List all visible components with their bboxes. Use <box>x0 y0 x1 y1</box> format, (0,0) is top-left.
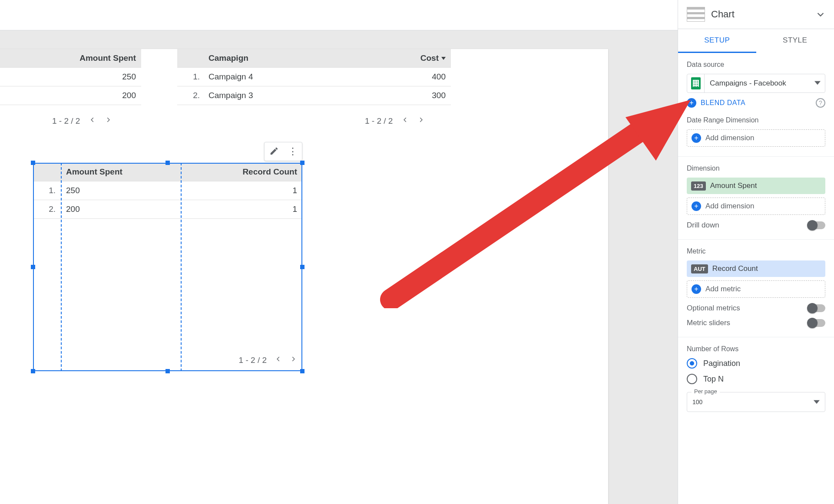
radio-icon <box>687 358 697 369</box>
add-dimension[interactable]: + Add dimension <box>687 198 825 215</box>
pager-left: 1 - 2 / 2 <box>52 115 111 127</box>
more-vert-icon[interactable]: ⋮ <box>288 146 298 157</box>
table-amount-spent[interactable]: Amount Spent 250 200 <box>0 49 141 105</box>
report-canvas-bg: Amount Spent 250 200 1 - 2 / 2 Camapign … <box>0 30 678 504</box>
panel-title: Chart <box>711 9 810 20</box>
plus-icon: + <box>692 284 701 294</box>
label-date-range: Date Range Dimension <box>687 116 825 124</box>
blend-data-button[interactable]: BLEND DATA <box>701 99 745 107</box>
help-icon[interactable]: ? <box>816 98 825 108</box>
selected-chart[interactable]: ⋮ Amount Spent Record Count 1.2501 2.200… <box>33 163 302 371</box>
chevron-right-icon[interactable] <box>105 115 111 127</box>
plus-icon: + <box>692 201 701 211</box>
sheets-icon <box>687 74 705 92</box>
metric-chip[interactable]: AUT Record Count <box>687 260 825 277</box>
col-cost[interactable]: Cost <box>353 49 451 68</box>
pager-text: 1 - 2 / 2 <box>52 116 80 126</box>
properties-panel: Chart SETUP STYLE Data source Campaigns … <box>678 0 834 504</box>
pager-text: 1 - 2 / 2 <box>365 116 393 126</box>
tab-style[interactable]: STYLE <box>756 29 834 53</box>
radio-pagination[interactable]: Pagination <box>687 358 825 369</box>
section-metric: Metric AUT Record Count + Add metric Opt… <box>678 240 834 337</box>
auto-type-icon: AUT <box>691 264 708 273</box>
resize-handle[interactable] <box>165 369 170 373</box>
caret-down-icon <box>814 399 820 405</box>
radio-topn[interactable]: Top N <box>687 374 825 384</box>
data-source-select[interactable]: Campaigns - Facebook <box>687 74 825 93</box>
resize-handle[interactable] <box>31 265 35 269</box>
pager-text: 1 - 2 / 2 <box>239 356 267 365</box>
data-source-name: Campaigns - Facebook <box>705 79 810 88</box>
table-campaign-cost[interactable]: Camapign Cost 1.Campaign 4400 2.Campaign… <box>177 49 451 105</box>
chart-type-selector[interactable]: Chart <box>678 0 834 29</box>
add-date-dimension[interactable]: + Add dimension <box>687 129 825 147</box>
col-amount-spent[interactable]: Amount Spent <box>0 49 141 68</box>
col-index <box>33 163 61 181</box>
selected-table[interactable]: Amount Spent Record Count 1.2501 2.2001 <box>33 163 302 219</box>
table-row[interactable]: 1.2501 <box>33 181 302 200</box>
column-guide[interactable] <box>61 163 62 371</box>
col-amount-spent[interactable]: Amount Spent <box>61 163 183 181</box>
col-index <box>177 49 203 68</box>
per-page-value: 100 <box>692 399 814 405</box>
table-row[interactable]: 200 <box>0 86 141 105</box>
table-row[interactable]: 250 <box>0 68 141 86</box>
resize-handle[interactable] <box>165 161 170 165</box>
col-record-count[interactable]: Record Count <box>183 163 302 181</box>
label-rows: Number of Rows <box>687 345 825 353</box>
section-dimension: Dimension 123 Amount Spent + Add dimensi… <box>678 157 834 240</box>
drill-down-row: Drill down <box>687 221 825 230</box>
metric-sliders-toggle[interactable] <box>808 319 825 327</box>
optional-metrics-toggle[interactable] <box>808 304 825 312</box>
add-metric[interactable]: + Add metric <box>687 280 825 298</box>
plus-icon[interactable]: + <box>687 98 696 108</box>
pager-selected: 1 - 2 / 2 <box>239 354 296 366</box>
panel-scroll[interactable]: Data source Campaigns - Facebook + BLEND… <box>678 53 834 504</box>
per-page-label: Per page <box>692 388 720 395</box>
chevron-right-icon[interactable] <box>290 354 296 366</box>
resize-handle[interactable] <box>300 369 304 373</box>
label-data-source: Data source <box>687 61 825 69</box>
table-chart-icon <box>687 7 705 22</box>
chart-floating-toolbar: ⋮ <box>264 142 302 161</box>
table-row[interactable]: 2.Campaign 3300 <box>177 86 451 105</box>
chevron-right-icon[interactable] <box>418 115 424 127</box>
report-canvas[interactable]: Amount Spent 250 200 1 - 2 / 2 Camapign … <box>0 49 608 504</box>
panel-tabs: SETUP STYLE <box>678 29 834 53</box>
drill-down-toggle[interactable] <box>808 221 825 229</box>
pencil-icon[interactable] <box>269 146 279 157</box>
chevron-left-icon[interactable] <box>89 115 96 127</box>
radio-icon <box>687 374 697 384</box>
chevron-down-icon <box>816 10 825 19</box>
metric-sliders-row: Metric sliders <box>687 319 825 327</box>
caret-down-icon <box>810 80 825 87</box>
section-rows: Number of Rows Pagination Top N Per page… <box>678 337 834 422</box>
resize-handle[interactable] <box>31 369 35 373</box>
resize-handle[interactable] <box>300 161 304 165</box>
table-row[interactable]: 1.Campaign 4400 <box>177 68 451 86</box>
drill-down-label: Drill down <box>687 221 719 230</box>
resize-handle[interactable] <box>300 265 304 269</box>
number-type-icon: 123 <box>691 181 706 191</box>
dimension-chip[interactable]: 123 Amount Spent <box>687 178 825 194</box>
column-guide[interactable] <box>181 163 182 371</box>
metric-sliders-label: Metric sliders <box>687 319 730 327</box>
chevron-left-icon[interactable] <box>402 115 408 127</box>
label-metric: Metric <box>687 247 825 255</box>
label-dimension: Dimension <box>687 165 825 172</box>
tab-setup[interactable]: SETUP <box>678 29 756 53</box>
optional-metrics-label: Optional metrics <box>687 304 740 313</box>
optional-metrics-row: Optional metrics <box>687 304 825 313</box>
section-data-source: Data source Campaigns - Facebook + BLEND… <box>678 53 834 157</box>
plus-icon: + <box>692 133 701 143</box>
per-page-select[interactable]: Per page 100 <box>687 392 825 412</box>
table-row[interactable]: 2.2001 <box>33 200 302 219</box>
pager-right: 1 - 2 / 2 <box>365 115 424 127</box>
col-campaign[interactable]: Camapign <box>203 49 353 68</box>
resize-handle[interactable] <box>31 161 35 165</box>
chevron-left-icon[interactable] <box>275 354 281 366</box>
blend-data-row: + BLEND DATA ? <box>687 98 825 108</box>
caret-down-icon <box>441 57 446 60</box>
